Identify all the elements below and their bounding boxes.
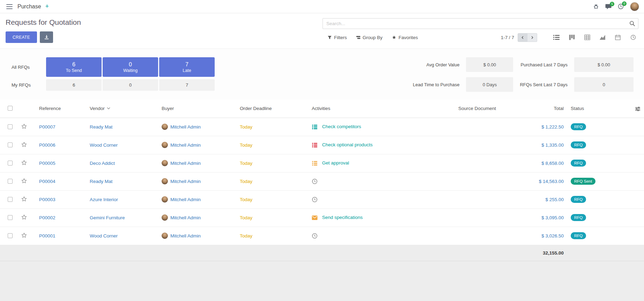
new-tab-button[interactable]: + [43,3,52,10]
reference-link[interactable]: P00005 [39,161,55,166]
activity-type-icon[interactable] [312,215,319,221]
apps-menu-icon[interactable] [5,3,14,10]
activity-type-icon[interactable] [312,178,319,184]
activity-link[interactable]: Check optional products [322,142,373,147]
vendor-link[interactable]: Wood Corner [90,233,118,238]
row-checkbox[interactable] [8,215,13,220]
favorite-star-icon[interactable] [21,214,27,220]
total-amount: $ 14,563.00 [515,179,564,184]
group-by-button[interactable]: Group By [356,35,383,40]
order-deadline-value: Today [240,179,252,184]
filters-button[interactable]: Filters [327,35,347,40]
favorite-star-icon[interactable] [21,123,27,130]
table-row[interactable]: P00002 Gemini Furniture Mitchell Admin T… [0,208,644,227]
activities-clock-icon[interactable]: 0 [618,3,624,9]
pager-next-button[interactable] [527,33,537,42]
favorites-button[interactable]: Favorites [392,35,418,40]
row-checkbox[interactable] [8,179,13,184]
table-row[interactable]: P00005 Deco Addict Mitchell Admin Today … [0,154,644,172]
activity-type-icon[interactable] [312,124,319,130]
export-button[interactable] [40,31,53,43]
row-checkbox[interactable] [8,233,13,238]
vendor-link[interactable]: Wood Corner [90,142,118,148]
pivot-view-button[interactable] [582,33,592,42]
reference-link[interactable]: P00006 [39,142,55,148]
activity-view-button[interactable] [628,33,638,42]
purchased-last-7-days[interactable]: $ 0.00 [574,57,634,72]
table-row[interactable]: P00006 Wood Corner Mitchell Admin Today … [0,136,644,154]
user-avatar[interactable] [630,2,639,11]
vendor-link[interactable]: Deco Addict [90,161,115,166]
row-checkbox[interactable] [8,142,13,147]
messages-icon[interactable]: 5 [605,4,612,9]
order-deadline-column-header[interactable]: Order Deadline [236,100,308,118]
buyer-link[interactable]: Mitchell Admin [170,161,201,166]
my-late-count[interactable]: 7 [159,79,215,91]
optional-columns-icon[interactable] [635,105,641,112]
my-to-send-count[interactable]: 6 [46,79,102,91]
reference-link[interactable]: P00002 [39,215,55,220]
vendor-link[interactable]: Gemini Furniture [90,215,125,220]
pager-previous-button[interactable] [518,33,527,42]
activity-type-icon[interactable] [312,233,319,239]
row-checkbox[interactable] [8,197,13,202]
reference-link[interactable]: P00003 [39,197,55,202]
source-document-cell [455,118,511,136]
favorite-star-icon[interactable] [21,160,27,166]
activity-type-icon[interactable] [312,160,319,166]
activity-type-icon[interactable] [312,197,319,203]
to-send-label: To Send [66,68,82,73]
table-row[interactable]: P00007 Ready Mat Mitchell Admin Today Ch… [0,118,644,136]
source-document-column-header[interactable]: Source Document [455,100,511,118]
search-icon[interactable] [629,21,635,28]
activity-link[interactable]: Send specifications [322,215,363,220]
activity-link[interactable]: Get approval [322,160,349,166]
favorite-star-icon[interactable] [21,178,27,184]
my-waiting-count[interactable]: 0 [103,79,158,91]
reference-link[interactable]: P00007 [39,124,55,130]
status-column-header[interactable]: Status [567,100,616,118]
table-row[interactable]: P00001 Wood Corner Mitchell Admin Today … [0,227,644,245]
reference-column-header[interactable]: Reference [36,100,86,118]
favorite-star-icon[interactable] [21,232,27,238]
debug-bug-icon[interactable] [593,3,599,9]
buyer-link[interactable]: Mitchell Admin [170,197,201,202]
tile-late[interactable]: 7 Late [159,57,215,77]
search-input[interactable] [323,18,638,29]
app-name[interactable]: Purchase [17,3,41,10]
buyer-link[interactable]: Mitchell Admin [170,124,201,130]
row-checkbox[interactable] [8,161,13,166]
reference-link[interactable]: P00001 [39,233,55,238]
buyer-link[interactable]: Mitchell Admin [170,179,201,184]
reference-link[interactable]: P00004 [39,179,55,184]
tile-to-send[interactable]: 6 To Send [46,57,102,77]
buyer-link[interactable]: Mitchell Admin [170,215,201,220]
graph-view-button[interactable] [597,33,608,42]
total-column-header[interactable]: Total [511,100,567,118]
vendor-column-header[interactable]: Vendor [86,100,158,118]
favorite-star-icon[interactable] [21,196,27,202]
avg-order-value[interactable]: $ 0.00 [466,57,513,72]
table-row[interactable]: P00004 Ready Mat Mitchell Admin Today $ … [0,172,644,190]
table-row[interactable]: P00003 Azure Interior Mitchell Admin Tod… [0,190,644,208]
buyer-link[interactable]: Mitchell Admin [170,233,201,238]
select-all-checkbox[interactable] [8,106,13,111]
calendar-view-button[interactable] [613,33,623,42]
kanban-view-button[interactable] [567,33,577,42]
row-checkbox[interactable] [8,124,13,129]
activity-link[interactable]: Check competitors [322,124,361,129]
total-amount: $ 3,026.50 [515,233,564,238]
lead-time-value[interactable]: 0 Days [466,77,513,92]
buyer-link[interactable]: Mitchell Admin [170,142,201,148]
activities-column-header[interactable]: Activities [308,100,455,118]
vendor-link[interactable]: Ready Mat [90,179,112,184]
favorite-star-icon[interactable] [21,141,27,148]
vendor-link[interactable]: Azure Interior [90,197,118,202]
activity-type-icon[interactable] [312,142,319,148]
list-view-button[interactable] [551,33,562,42]
buyer-column-header[interactable]: Buyer [158,100,236,118]
vendor-link[interactable]: Ready Mat [90,124,112,130]
rfqs-sent-last-7-days[interactable]: 0 [574,77,634,92]
create-button[interactable]: CREATE [6,31,37,43]
tile-waiting[interactable]: 0 Waiting [103,57,158,77]
